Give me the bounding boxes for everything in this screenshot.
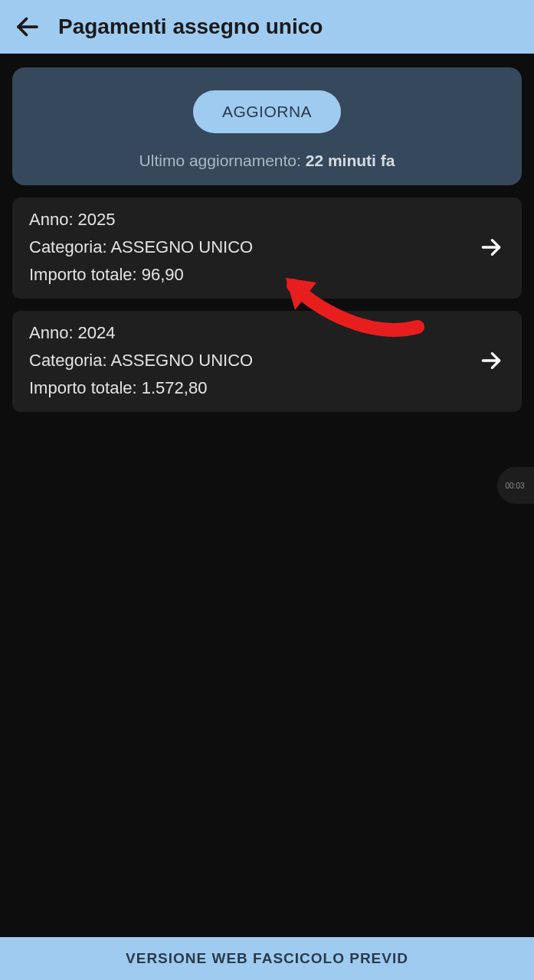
categoria-value: ASSEGNO UNICO (110, 351, 253, 370)
categoria-label: Categoria: (29, 237, 110, 256)
payment-importo-line: Importo totale: 96,90 (29, 265, 253, 285)
payment-importo-line: Importo totale: 1.572,80 (29, 378, 253, 398)
categoria-label: Categoria: (29, 351, 110, 370)
footer-label: VERSIONE WEB FASCICOLO PREVID (126, 950, 408, 967)
last-update-prefix: Ultimo aggiornamento: (139, 152, 306, 169)
importo-value: 96,90 (142, 265, 184, 284)
payment-anno-line: Anno: 2024 (29, 323, 253, 343)
anno-value: 2025 (78, 210, 116, 229)
refresh-button[interactable]: AGGIORNA (193, 90, 341, 133)
update-card: AGGIORNA Ultimo aggiornamento: 22 minuti… (12, 67, 522, 185)
chevron-right-icon (479, 348, 503, 373)
payment-item-2025[interactable]: Anno: 2025 Categoria: ASSEGNO UNICO Impo… (12, 198, 522, 299)
video-time-badge: 00:03 (497, 467, 534, 504)
categoria-value: ASSEGNO UNICO (110, 237, 253, 256)
back-button[interactable] (14, 13, 41, 41)
chevron-right-icon (479, 235, 503, 260)
payment-anno-line: Anno: 2025 (29, 210, 253, 230)
payment-item-text: Anno: 2025 Categoria: ASSEGNO UNICO Impo… (29, 210, 253, 285)
payment-categoria-line: Categoria: ASSEGNO UNICO (29, 237, 253, 257)
payment-item-2024[interactable]: Anno: 2024 Categoria: ASSEGNO UNICO Impo… (12, 311, 522, 412)
app-header: Pagamenti assegno unico (0, 0, 534, 54)
anno-label: Anno: (29, 323, 78, 342)
importo-value: 1.572,80 (142, 378, 208, 397)
last-update-info: Ultimo aggiornamento: 22 minuti fa (28, 152, 506, 170)
video-time: 00:03 (505, 482, 524, 490)
anno-value: 2024 (78, 323, 116, 342)
importo-label: Importo totale: (29, 265, 142, 284)
arrow-left-icon (14, 13, 41, 41)
page-title: Pagamenti assegno unico (58, 15, 323, 39)
footer-bar[interactable]: VERSIONE WEB FASCICOLO PREVID (0, 937, 534, 980)
last-update-time: 22 minuti fa (306, 152, 395, 169)
payment-categoria-line: Categoria: ASSEGNO UNICO (29, 351, 253, 371)
content-area: AGGIORNA Ultimo aggiornamento: 22 minuti… (0, 54, 534, 937)
anno-label: Anno: (29, 210, 78, 229)
importo-label: Importo totale: (29, 378, 142, 397)
payment-item-text: Anno: 2024 Categoria: ASSEGNO UNICO Impo… (29, 323, 253, 398)
